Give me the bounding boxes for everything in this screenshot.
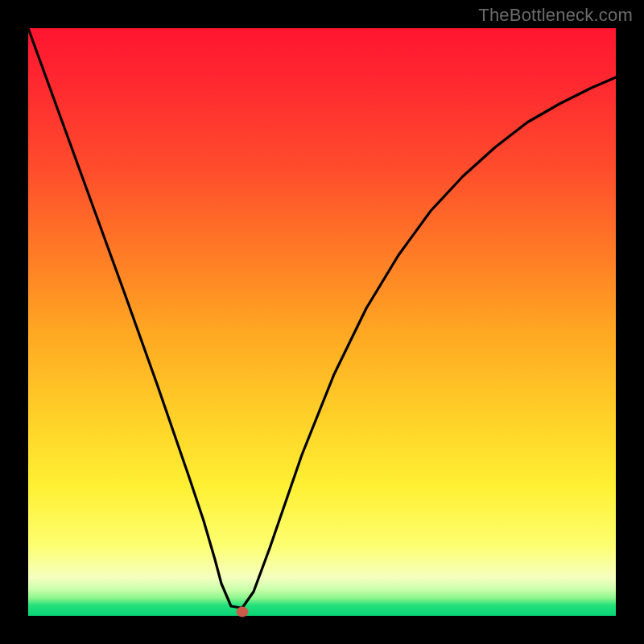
bottleneck-curve-svg [28,28,616,616]
watermark-text: TheBottleneck.com [478,5,633,26]
chart-frame: TheBottleneck.com [0,0,644,644]
bottleneck-curve-path [28,28,616,608]
minimum-marker [237,607,249,617]
